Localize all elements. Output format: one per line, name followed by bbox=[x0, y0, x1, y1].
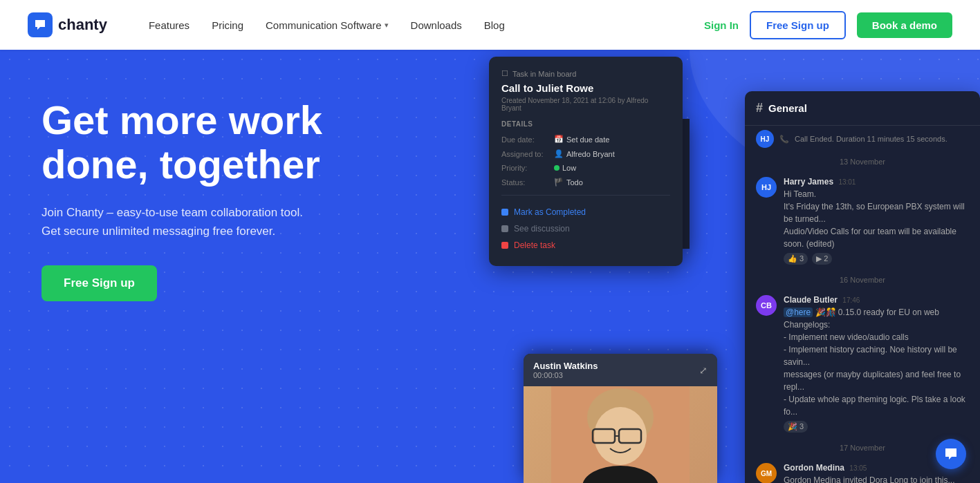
task-action-discussion[interactable]: See discussion bbox=[501, 220, 670, 237]
avatar-claude: CB bbox=[756, 295, 777, 316]
navbar: chanty Features Pricing Communication So… bbox=[0, 0, 980, 50]
task-details-label: DETAILS bbox=[501, 120, 670, 128]
avatar-gordon: GM bbox=[756, 463, 777, 483]
channel-icon-sales: # bbox=[554, 191, 568, 205]
task-card-meta: Created November 18, 2021 at 12:06 by Al… bbox=[501, 97, 670, 112]
message-claude: CB Claude Butler 17:46 @here 🎉🎊 0.15.0 r… bbox=[745, 290, 980, 438]
task-card: ☐ Task in Main board Call to Juliet Rowe… bbox=[489, 57, 683, 266]
task-assigned-value: 👤 Alfredo Bryant bbox=[554, 149, 615, 158]
task-action-delete[interactable]: Delete task bbox=[501, 237, 670, 254]
reaction-party[interactable]: 🎉 3 bbox=[784, 421, 808, 433]
message-text-gordon: Gordon Medina invited Dora Long to join … bbox=[784, 474, 969, 483]
hero-subtitle: Join Chanty – easy-to-use team collabora… bbox=[41, 203, 346, 240]
svg-point-6 bbox=[582, 466, 658, 483]
task-card-header: ☐ Task in Main board bbox=[501, 69, 670, 78]
task-due-date-value: 📅 Set due date bbox=[554, 135, 609, 144]
hero-signup-button[interactable]: Free Sign up bbox=[41, 265, 157, 301]
action-complete-icon bbox=[501, 209, 508, 216]
task-assigned-row: Assigned to: 👤 Alfredo Bryant bbox=[501, 149, 670, 158]
message-gordon: GM Gordon Medina 13:05 Gordon Medina inv… bbox=[745, 457, 980, 483]
book-demo-button[interactable]: Book a demo bbox=[857, 12, 952, 38]
mention-here: @here bbox=[784, 307, 813, 317]
avatar-harry: HJ bbox=[756, 177, 777, 198]
sidebar-item-feedback[interactable]: # feedback any thoughts? bbox=[544, 127, 690, 155]
video-caller-name: Austin Watkins 00:00:03 bbox=[533, 361, 598, 379]
video-popup-header: Austin Watkins 00:00:03 ⤢ bbox=[524, 354, 717, 386]
chat-sidebar: # feedback any thoughts? # New Team sue.… bbox=[544, 119, 690, 249]
hero-wave-decoration bbox=[690, 50, 980, 216]
reactions-harry: 👍 3 ▶ 2 bbox=[784, 253, 969, 265]
svg-rect-0 bbox=[551, 386, 690, 483]
hero-title: Get more work done, together bbox=[41, 98, 346, 187]
action-delete-icon bbox=[501, 242, 508, 249]
channel-text-marketing: Marketing banner.png bbox=[573, 218, 680, 235]
channel-text-feedback: feedback any thoughts? bbox=[573, 133, 680, 150]
channel-text-sales: Sales Please take care of him https:/... bbox=[573, 189, 680, 207]
reactions-claude: 🎉 3 bbox=[784, 421, 969, 433]
svg-rect-4 bbox=[619, 429, 641, 443]
date-nov17: 17 November bbox=[745, 438, 980, 457]
message-body-claude: Claude Butler 17:46 @here 🎉🎊 0.15.0 read… bbox=[784, 295, 969, 433]
reaction-thumbs[interactable]: 👍 3 bbox=[784, 253, 808, 265]
date-nov16: 16 November bbox=[745, 270, 980, 290]
author-gordon: Gordon Medina 13:05 bbox=[784, 463, 969, 473]
expand-icon[interactable]: ⤢ bbox=[699, 365, 708, 376]
nav-downloads[interactable]: Downloads bbox=[411, 19, 462, 31]
message-body-gordon: Gordon Medina 13:05 Gordon Medina invite… bbox=[784, 463, 969, 483]
task-priority-value: Low bbox=[554, 164, 576, 172]
message-text-claude: @here 🎉🎊 0.15.0 ready for EU on web Chan… bbox=[784, 306, 969, 418]
task-card-title: Call to Juliet Rowe bbox=[501, 82, 670, 94]
author-claude: Claude Butler 17:46 bbox=[784, 295, 969, 305]
video-feed bbox=[524, 386, 717, 483]
nav-actions: Sign In Free Sign up Book a demo bbox=[704, 11, 952, 39]
task-action-complete[interactable]: Mark as Completed bbox=[501, 204, 670, 220]
logo-icon bbox=[28, 12, 53, 37]
sidebar-item-sales[interactable]: # Sales Please take care of him https:/.… bbox=[544, 184, 690, 212]
hero-section: Get more work done, together Join Chanty… bbox=[0, 50, 980, 483]
task-status-value: 🏴 Todo bbox=[554, 178, 583, 187]
hero-content: Get more work done, together Join Chanty… bbox=[0, 50, 387, 301]
svg-point-2 bbox=[594, 407, 647, 465]
action-discussion-icon bbox=[501, 225, 508, 232]
task-status-row: Status: 🏴 Todo bbox=[501, 178, 670, 187]
sidebar-item-marketing[interactable]: # Marketing banner.png bbox=[544, 212, 690, 240]
free-signup-button[interactable]: Free Sign up bbox=[750, 11, 846, 39]
video-call-popup: Austin Watkins 00:00:03 ⤢ bbox=[524, 354, 717, 483]
logo[interactable]: chanty bbox=[28, 12, 107, 37]
nav-comm-software[interactable]: Communication Software ▾ bbox=[266, 19, 389, 31]
nav-features[interactable]: Features bbox=[149, 19, 189, 31]
svg-rect-3 bbox=[593, 429, 615, 443]
chevron-down-icon: ▾ bbox=[385, 21, 389, 30]
logo-text: chanty bbox=[58, 16, 107, 34]
task-divider bbox=[501, 195, 670, 196]
reaction-play[interactable]: ▶ 2 bbox=[812, 253, 832, 265]
task-priority-row: Priority: Low bbox=[501, 164, 670, 172]
nav-blog[interactable]: Blog bbox=[484, 19, 505, 31]
sidebar-item-newteam[interactable]: # New Team sue.perry@example.com reg... bbox=[544, 155, 690, 184]
channel-text-newteam: New Team sue.perry@example.com reg... bbox=[573, 161, 680, 178]
channel-icon-feedback: # bbox=[554, 135, 568, 149]
task-due-date-row: Due date: 📅 Set due date bbox=[501, 135, 670, 144]
svg-point-1 bbox=[587, 388, 654, 446]
nav-pricing[interactable]: Pricing bbox=[212, 19, 243, 31]
signin-link[interactable]: Sign In bbox=[704, 19, 739, 31]
task-board-icon: ☐ bbox=[501, 69, 508, 78]
channel-icon-newteam: # bbox=[554, 163, 568, 177]
nav-links: Features Pricing Communication Software … bbox=[149, 19, 704, 31]
channel-icon-marketing: # bbox=[554, 220, 568, 234]
chat-widget-button[interactable] bbox=[936, 439, 966, 469]
